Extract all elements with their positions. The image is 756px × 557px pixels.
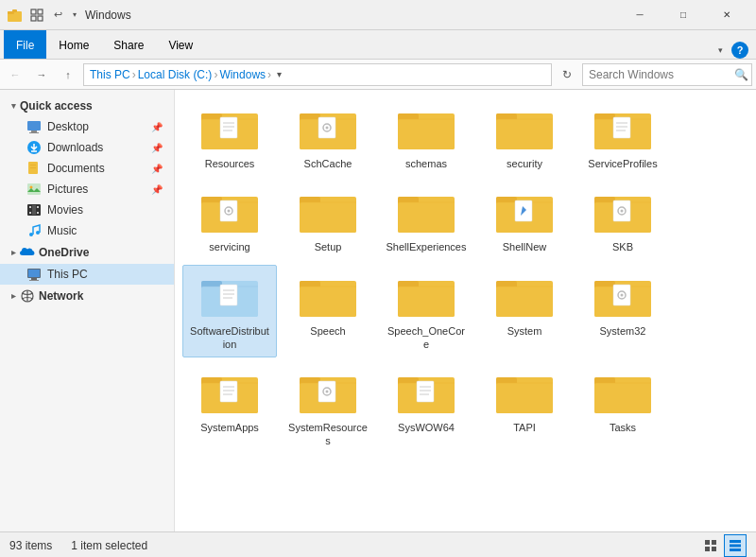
svg-rect-152	[730, 540, 741, 543]
svg-rect-4	[38, 9, 43, 14]
svg-rect-28	[31, 278, 37, 280]
sidebar-item-downloads[interactable]: Downloads 📌	[0, 137, 174, 158]
pin-icon-pictures: 📌	[151, 184, 163, 195]
folder-item[interactable]: security	[477, 97, 572, 177]
folder-label: ShellNew	[503, 240, 546, 253]
up-button[interactable]: ↑	[57, 63, 79, 86]
folder-item[interactable]: ShellExperiences	[379, 181, 473, 260]
breadcrumb-localdisk[interactable]: Local Disk (C:)	[138, 68, 213, 81]
search-icon: 🔍	[734, 68, 748, 81]
folder-item[interactable]: ShellNew	[477, 181, 572, 260]
ribbon-tabs: File Home Share View ▾ ?	[0, 30, 756, 59]
window-controls: ─ □ ✕	[618, 0, 748, 30]
sidebar-item-documents[interactable]: Documents 📌	[0, 158, 174, 179]
selection-info: 1 item selected	[71, 539, 147, 552]
list-view-button[interactable]	[724, 534, 747, 557]
folder-item[interactable]: Speech_OneCore	[379, 265, 473, 358]
svg-rect-76	[398, 202, 455, 233]
back-button[interactable]: ←	[4, 63, 26, 86]
svg-rect-2	[12, 9, 17, 12]
tab-share[interactable]: Share	[101, 30, 156, 59]
folder-item[interactable]: SchCache	[281, 97, 375, 177]
folder-item[interactable]: ServiceProfiles	[576, 97, 670, 177]
sidebar-item-label-thispc: This PC	[47, 268, 88, 281]
folder-label: System32	[600, 324, 646, 338]
grid-view-button[interactable]	[699, 534, 722, 557]
sidebar-section-label-quick-access: Quick access	[20, 99, 93, 113]
sidebar-item-desktop[interactable]: Desktop 📌	[0, 116, 174, 137]
breadcrumb[interactable]: This PC › Local Disk (C:) › Windows › ▾	[83, 63, 552, 86]
content-area: Resources SchCache schemas security	[175, 90, 756, 531]
folder-item[interactable]: SoftwareDistribution	[182, 265, 277, 358]
svg-rect-49	[398, 119, 455, 149]
maximize-button[interactable]: □	[662, 0, 705, 30]
titlebar-title: Windows	[85, 9, 618, 22]
folder-item[interactable]: SysWOW64	[379, 361, 473, 455]
undo-btn[interactable]: ↩	[49, 7, 66, 24]
dropdown-arrow[interactable]: ▾	[70, 7, 79, 24]
folder-icon	[593, 271, 653, 321]
folder-label: SysWOW64	[398, 421, 455, 434]
folder-item[interactable]: System	[477, 265, 572, 358]
sidebar-item-thispc[interactable]: This PC	[0, 264, 174, 285]
folder-item[interactable]: Resources	[182, 97, 277, 177]
view-controls	[699, 534, 747, 557]
sidebar-section-network[interactable]: ▸ Network	[0, 285, 174, 307]
svg-rect-6	[38, 16, 43, 21]
search-input[interactable]	[589, 68, 730, 81]
svg-rect-15	[30, 167, 36, 168]
sep2: ›	[214, 68, 217, 81]
collapse-ribbon-btn[interactable]: ▾	[713, 43, 728, 58]
svg-rect-149	[712, 540, 716, 545]
sidebar-item-pictures[interactable]: Pictures 📌	[0, 179, 174, 200]
help-btn[interactable]: ?	[731, 42, 748, 59]
sidebar-section-onedrive[interactable]: ▸ OneDrive	[0, 241, 174, 264]
tab-file[interactable]: File	[4, 30, 46, 59]
svg-point-89	[621, 210, 624, 213]
folder-item[interactable]: TAPI	[477, 361, 572, 455]
folder-label: SoftwareDistribution	[189, 324, 270, 352]
tab-home[interactable]: Home	[46, 30, 101, 59]
folder-item[interactable]: SystemApps	[182, 361, 277, 455]
sidebar-section-quick-access[interactable]: ▾ Quick access	[0, 96, 174, 116]
documents-icon	[26, 161, 42, 176]
folder-label: schemas	[405, 157, 447, 170]
refresh-button[interactable]: ↻	[556, 63, 578, 86]
svg-point-131	[326, 391, 329, 393]
tab-view[interactable]: View	[156, 30, 205, 59]
pin-icon-desktop: 📌	[151, 122, 163, 132]
folder-item[interactable]: Speech	[281, 265, 375, 358]
folder-item[interactable]: System32	[576, 265, 670, 358]
sidebar-item-movies[interactable]: Movies	[0, 200, 174, 220]
folder-item[interactable]: SystemResources	[281, 361, 375, 455]
forward-button[interactable]: →	[30, 63, 53, 86]
svg-rect-23	[32, 205, 36, 215]
folder-label: ServiceProfiles	[588, 157, 657, 170]
item-count: 93 items	[9, 539, 52, 552]
folder-item[interactable]: servicing	[182, 181, 277, 260]
minimize-button[interactable]: ─	[618, 0, 662, 30]
sidebar-item-music[interactable]: Music	[0, 220, 174, 241]
svg-rect-136	[417, 381, 434, 402]
breadcrumb-dropdown[interactable]: ▾	[277, 69, 282, 79]
desktop-icon	[26, 119, 42, 134]
folder-item[interactable]: schemas	[379, 97, 473, 177]
search-bar[interactable]: 🔍	[582, 63, 752, 86]
folder-item[interactable]: Setup	[281, 181, 375, 260]
breadcrumb-windows[interactable]: Windows	[219, 68, 266, 81]
quick-access-btn[interactable]	[28, 7, 45, 24]
folder-label: SchCache	[304, 157, 352, 170]
folder-label: servicing	[209, 240, 249, 253]
pin-icon-documents: 📌	[151, 164, 163, 174]
sidebar-item-label-network: Network	[39, 289, 83, 303]
close-button[interactable]: ✕	[705, 0, 748, 30]
folder-label: security	[507, 157, 542, 170]
svg-rect-148	[705, 540, 710, 545]
folder-icon	[396, 271, 456, 321]
folder-grid: Resources SchCache schemas security	[182, 97, 748, 455]
svg-rect-154	[730, 548, 741, 551]
folder-item[interactable]: SKB	[576, 181, 670, 260]
breadcrumb-thispc[interactable]: This PC	[90, 68, 130, 81]
folder-item[interactable]: Tasks	[576, 361, 670, 455]
sidebar-item-label-documents: Documents	[47, 162, 105, 175]
